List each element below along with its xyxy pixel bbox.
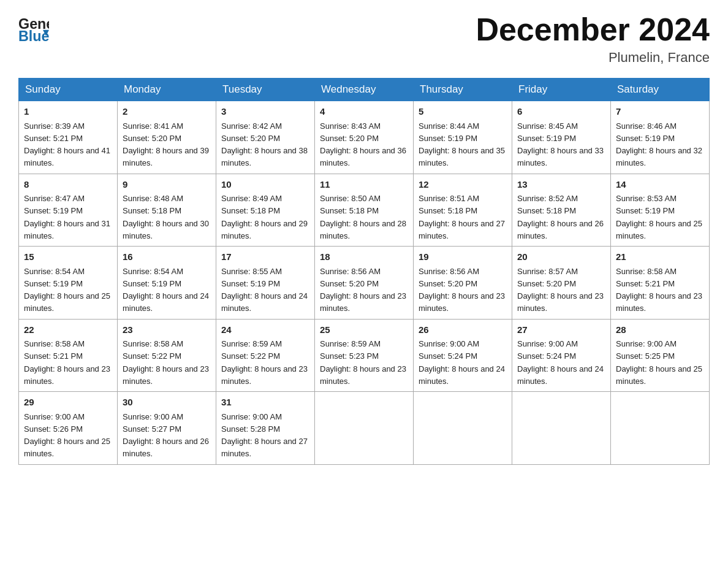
calendar-cell: 13Sunrise: 8:52 AMSunset: 5:18 PMDayligh…: [512, 174, 611, 247]
day-number: 21: [616, 250, 704, 264]
day-number: 15: [24, 250, 112, 264]
week-row-5: 29Sunrise: 9:00 AMSunset: 5:26 PMDayligh…: [19, 392, 710, 465]
day-number: 25: [320, 323, 408, 337]
day-number: 23: [123, 323, 211, 337]
day-number: 29: [24, 396, 112, 410]
calendar-cell: 27Sunrise: 9:00 AMSunset: 5:24 PMDayligh…: [512, 319, 611, 392]
calendar-cell: 18Sunrise: 8:56 AMSunset: 5:20 PMDayligh…: [315, 247, 414, 320]
day-info: Sunrise: 8:46 AMSunset: 5:19 PMDaylight:…: [616, 121, 702, 168]
day-info: Sunrise: 8:50 AMSunset: 5:18 PMDaylight:…: [320, 194, 406, 240]
calendar-cell: 17Sunrise: 8:55 AMSunset: 5:19 PMDayligh…: [216, 247, 315, 320]
col-monday: Monday: [118, 79, 216, 101]
day-number: 3: [221, 105, 309, 119]
day-number: 11: [320, 178, 408, 192]
day-info: Sunrise: 8:49 AMSunset: 5:18 PMDaylight:…: [221, 194, 308, 240]
calendar-cell: 9Sunrise: 8:48 AMSunset: 5:18 PMDaylight…: [118, 174, 216, 247]
calendar-cell: 7Sunrise: 8:46 AMSunset: 5:19 PMDaylight…: [611, 101, 710, 174]
calendar-cell: 31Sunrise: 9:00 AMSunset: 5:28 PMDayligh…: [216, 392, 315, 465]
day-info: Sunrise: 8:56 AMSunset: 5:20 PMDaylight:…: [320, 267, 406, 313]
day-info: Sunrise: 8:44 AMSunset: 5:19 PMDaylight:…: [419, 121, 505, 168]
day-info: Sunrise: 8:43 AMSunset: 5:20 PMDaylight:…: [320, 121, 406, 168]
calendar-cell: 11Sunrise: 8:50 AMSunset: 5:18 PMDayligh…: [315, 174, 414, 247]
month-year-title: December 2024: [476, 12, 710, 47]
logo: General Blue: [18, 12, 51, 43]
day-info: Sunrise: 9:00 AMSunset: 5:24 PMDaylight:…: [517, 339, 604, 386]
day-number: 30: [123, 396, 211, 410]
day-number: 16: [123, 250, 211, 264]
calendar-cell: 10Sunrise: 8:49 AMSunset: 5:18 PMDayligh…: [216, 174, 315, 247]
day-number: 9: [123, 178, 211, 192]
calendar-cell: [512, 392, 611, 465]
header-row: Sunday Monday Tuesday Wednesday Thursday…: [19, 79, 710, 101]
col-wednesday: Wednesday: [315, 79, 414, 101]
day-number: 5: [419, 105, 507, 119]
day-number: 14: [616, 178, 704, 192]
day-info: Sunrise: 8:57 AMSunset: 5:20 PMDaylight:…: [517, 267, 604, 313]
day-number: 6: [517, 105, 605, 119]
calendar-cell: 21Sunrise: 8:58 AMSunset: 5:21 PMDayligh…: [611, 247, 710, 320]
day-info: Sunrise: 8:42 AMSunset: 5:20 PMDaylight:…: [221, 121, 308, 168]
location-subtitle: Plumelin, France: [476, 50, 710, 66]
day-info: Sunrise: 8:52 AMSunset: 5:18 PMDaylight:…: [517, 194, 604, 240]
day-info: Sunrise: 9:00 AMSunset: 5:24 PMDaylight:…: [419, 339, 505, 386]
week-row-3: 15Sunrise: 8:54 AMSunset: 5:19 PMDayligh…: [19, 247, 710, 320]
day-number: 13: [517, 178, 605, 192]
col-sunday: Sunday: [19, 79, 118, 101]
day-info: Sunrise: 8:45 AMSunset: 5:19 PMDaylight:…: [517, 121, 604, 168]
day-number: 27: [517, 323, 605, 337]
calendar-cell: 29Sunrise: 9:00 AMSunset: 5:26 PMDayligh…: [19, 392, 118, 465]
day-info: Sunrise: 8:55 AMSunset: 5:19 PMDaylight:…: [221, 267, 308, 313]
day-number: 28: [616, 323, 704, 337]
col-tuesday: Tuesday: [216, 79, 315, 101]
day-info: Sunrise: 8:58 AMSunset: 5:21 PMDaylight:…: [24, 339, 110, 386]
calendar-cell: [315, 392, 414, 465]
page-header: General Blue December 2024 Plumelin, Fra…: [18, 12, 710, 66]
day-number: 10: [221, 178, 309, 192]
day-number: 17: [221, 250, 309, 264]
day-number: 1: [24, 105, 112, 119]
day-number: 20: [517, 250, 605, 264]
day-info: Sunrise: 9:00 AMSunset: 5:25 PMDaylight:…: [616, 339, 702, 386]
week-row-1: 1Sunrise: 8:39 AMSunset: 5:21 PMDaylight…: [19, 101, 710, 174]
day-info: Sunrise: 9:00 AMSunset: 5:28 PMDaylight:…: [221, 412, 308, 459]
day-number: 24: [221, 323, 309, 337]
calendar-cell: 25Sunrise: 8:59 AMSunset: 5:23 PMDayligh…: [315, 319, 414, 392]
day-info: Sunrise: 8:51 AMSunset: 5:18 PMDaylight:…: [419, 194, 505, 240]
calendar-cell: 26Sunrise: 9:00 AMSunset: 5:24 PMDayligh…: [414, 319, 512, 392]
calendar-cell: 15Sunrise: 8:54 AMSunset: 5:19 PMDayligh…: [19, 247, 118, 320]
day-number: 18: [320, 250, 408, 264]
col-friday: Friday: [512, 79, 611, 101]
calendar-table: Sunday Monday Tuesday Wednesday Thursday…: [18, 78, 710, 465]
day-info: Sunrise: 8:47 AMSunset: 5:19 PMDaylight:…: [24, 194, 110, 240]
day-info: Sunrise: 8:58 AMSunset: 5:22 PMDaylight:…: [123, 339, 209, 386]
calendar-cell: 23Sunrise: 8:58 AMSunset: 5:22 PMDayligh…: [118, 319, 216, 392]
day-info: Sunrise: 8:59 AMSunset: 5:22 PMDaylight:…: [221, 339, 308, 386]
day-number: 12: [419, 178, 507, 192]
calendar-cell: 1Sunrise: 8:39 AMSunset: 5:21 PMDaylight…: [19, 101, 118, 174]
calendar-cell: [611, 392, 710, 465]
calendar-cell: 24Sunrise: 8:59 AMSunset: 5:22 PMDayligh…: [216, 319, 315, 392]
day-number: 19: [419, 250, 507, 264]
day-info: Sunrise: 9:00 AMSunset: 5:26 PMDaylight:…: [24, 412, 110, 459]
calendar-cell: 19Sunrise: 8:56 AMSunset: 5:20 PMDayligh…: [414, 247, 512, 320]
day-number: 7: [616, 105, 704, 119]
day-info: Sunrise: 8:58 AMSunset: 5:21 PMDaylight:…: [616, 267, 702, 313]
day-info: Sunrise: 8:59 AMSunset: 5:23 PMDaylight:…: [320, 339, 406, 386]
calendar-cell: [414, 392, 512, 465]
svg-text:Blue: Blue: [18, 28, 49, 43]
day-info: Sunrise: 9:00 AMSunset: 5:27 PMDaylight:…: [123, 412, 209, 459]
day-info: Sunrise: 8:39 AMSunset: 5:21 PMDaylight:…: [24, 121, 110, 168]
calendar-cell: 20Sunrise: 8:57 AMSunset: 5:20 PMDayligh…: [512, 247, 611, 320]
day-number: 22: [24, 323, 112, 337]
calendar-cell: 28Sunrise: 9:00 AMSunset: 5:25 PMDayligh…: [611, 319, 710, 392]
calendar-cell: 16Sunrise: 8:54 AMSunset: 5:19 PMDayligh…: [118, 247, 216, 320]
day-number: 26: [419, 323, 507, 337]
calendar-cell: 2Sunrise: 8:41 AMSunset: 5:20 PMDaylight…: [118, 101, 216, 174]
calendar-cell: 8Sunrise: 8:47 AMSunset: 5:19 PMDaylight…: [19, 174, 118, 247]
col-saturday: Saturday: [611, 79, 710, 101]
day-info: Sunrise: 8:56 AMSunset: 5:20 PMDaylight:…: [419, 267, 505, 313]
calendar-cell: 30Sunrise: 9:00 AMSunset: 5:27 PMDayligh…: [118, 392, 216, 465]
calendar-cell: 12Sunrise: 8:51 AMSunset: 5:18 PMDayligh…: [414, 174, 512, 247]
day-number: 8: [24, 178, 112, 192]
calendar-cell: 3Sunrise: 8:42 AMSunset: 5:20 PMDaylight…: [216, 101, 315, 174]
